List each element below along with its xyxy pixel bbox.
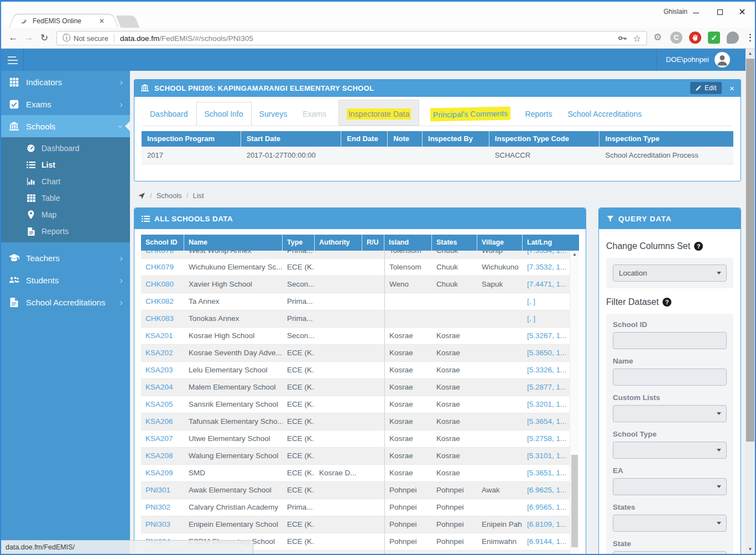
school-latlng-link[interactable]: [, ] (523, 310, 573, 327)
scroll-down-icon[interactable]: ▼ (745, 544, 755, 554)
school-id-link[interactable]: CHK082 (141, 293, 184, 310)
table-row[interactable]: KSA204 Malem Elementary School ECE (K...… (141, 379, 579, 396)
table-row[interactable]: CHK079 Wichukuno Elementary Sc... ECE (K… (141, 259, 579, 276)
table-row[interactable]: KSA206 Tafunsak Elementary Scho... ECE (… (141, 413, 579, 430)
school-latlng-link[interactable]: [1.0834, 1... (523, 551, 573, 554)
school-id-link[interactable]: PNI302 (141, 499, 184, 516)
states-select[interactable] (613, 515, 727, 532)
key-icon[interactable] (618, 34, 628, 42)
page-scrollbar[interactable]: ▲ ▼ (745, 49, 755, 554)
school-latlng-link[interactable]: [5.3651, 1... (523, 465, 573, 481)
column-header[interactable]: Lat/Lng (523, 235, 573, 251)
school-latlng-link[interactable]: [5.3101, 1... (523, 448, 573, 464)
submenu-item-chart[interactable]: Chart (1, 173, 130, 190)
custom-lists-select[interactable] (613, 405, 727, 422)
table-row[interactable]: CHK082 Ta Annex Prima... [, ] (141, 293, 579, 310)
table-row[interactable]: KSA205 Sansrik Elementary School ECE (K.… (141, 396, 579, 413)
tab-reports[interactable]: Reports (517, 102, 560, 126)
school-latlng-link[interactable]: [7.4471, 1... (523, 276, 573, 293)
column-header[interactable]: Note (388, 131, 423, 147)
tab-inspectorate-data[interactable]: Inspectorate Data (338, 100, 420, 126)
sidebar-item-teachers[interactable]: Teachers › (1, 247, 130, 269)
maximize-button[interactable] (712, 7, 728, 18)
school-id-link[interactable]: KSA204 (141, 379, 184, 396)
school-latlng-link[interactable]: [5.3326, 1... (523, 362, 573, 378)
column-header[interactable]: Island (384, 235, 432, 251)
info-icon[interactable]: ⓘ (62, 33, 70, 43)
submenu-item-dashboard[interactable]: Dashboard (1, 140, 130, 157)
school-type-select[interactable] (613, 442, 727, 459)
scroll-up-icon[interactable]: ▲ (745, 49, 755, 58)
address-bar[interactable]: ⓘ Not secure data.doe.fm /FedEMIS/#/scho… (56, 31, 647, 45)
tab-school-accreditations[interactable]: School Accreditations (560, 102, 649, 126)
check-badge-icon[interactable]: ✓ (708, 32, 720, 44)
school-id-link[interactable]: KSA202 (141, 345, 184, 361)
column-header[interactable]: Type (283, 235, 315, 251)
column-header[interactable]: States (432, 235, 477, 251)
question-icon[interactable]: ? (663, 298, 671, 307)
school-latlng-link[interactable]: [5.3654, 1... (523, 413, 573, 430)
school-id-link[interactable]: KSA201 (141, 328, 184, 344)
school-latlng-link[interactable]: [5.2877, 1... (523, 379, 573, 396)
school-latlng-link[interactable]: [5.3201, 1... (523, 396, 573, 413)
sidebar-item-students[interactable]: Students › (1, 269, 130, 291)
school-id-link[interactable]: CHK079 (141, 259, 184, 276)
school-latlng-link[interactable]: [6.9625, 1... (523, 482, 573, 499)
table-scrollbar[interactable]: ▲ (570, 251, 579, 554)
submenu-item-map[interactable]: Map (1, 206, 130, 223)
school-id-link[interactable]: KSA209 (141, 465, 184, 481)
school-id-link[interactable]: KSA203 (141, 362, 184, 378)
table-row[interactable]: PNI303 Enipein Elementary School ECE (K.… (141, 516, 579, 533)
table-row[interactable]: CHK080 Xavier High School Secon... Weno … (141, 276, 579, 293)
school-id-link[interactable]: PNI301 (141, 482, 184, 499)
school-latlng-link[interactable]: [6.9144, 1... (523, 533, 573, 550)
table-row[interactable]: PNI301 Awak Elementary School ECE (K... … (141, 482, 579, 499)
table-row[interactable]: CHK078 West Wonip Annex Prima... Tolenso… (141, 251, 579, 259)
school-latlng-link[interactable]: [6.8109, 1... (523, 516, 573, 533)
school-id-link[interactable]: PNI303 (141, 516, 184, 533)
scrollbar-thumb[interactable] (746, 59, 754, 442)
sidebar-item-indicators[interactable]: Indicators › (1, 71, 130, 93)
scroll-up-icon[interactable]: ▲ (570, 252, 579, 257)
table-row[interactable]: KSA203 Lelu Elementary School ECE (K... … (141, 362, 579, 379)
browser-tab[interactable]: FedEMIS Online ✕ (19, 14, 108, 28)
window-close-button[interactable]: ✕ (734, 7, 750, 18)
state-select[interactable] (613, 551, 727, 554)
submenu-item-list[interactable]: List (1, 157, 130, 173)
table-row[interactable]: KSA208 Walung Elementary School ECE (K..… (141, 448, 579, 465)
chrome-profile-name[interactable]: Ghislain (664, 8, 687, 15)
table-row[interactable]: KSA209 SMD ECE (K... Kosrae D... Kosrae … (141, 465, 579, 482)
tab-surveys[interactable]: Surveys (252, 102, 295, 126)
school-id-link[interactable]: CHK083 (141, 310, 184, 327)
column-header[interactable]: R/U (362, 235, 384, 251)
column-header[interactable]: Start Date (241, 131, 342, 147)
submenu-item-reports[interactable]: Reports (1, 223, 130, 240)
columns-set-select[interactable]: Location (613, 264, 727, 282)
school-latlng-link[interactable]: [, ] (523, 293, 573, 310)
chrome-menu-icon[interactable] (745, 32, 754, 43)
new-tab-button[interactable] (116, 15, 140, 28)
school-id-link[interactable]: CHK080 (141, 276, 184, 293)
sidebar-item-school-accreditations[interactable]: School Accreditations › (1, 291, 130, 313)
scrollbar-thumb[interactable] (571, 455, 578, 547)
school-latlng-link[interactable]: [5.3267, 1... (523, 328, 573, 344)
reload-icon[interactable]: ↻ (38, 32, 51, 44)
column-header[interactable]: Inspection Program (142, 131, 241, 147)
school-latlng-link[interactable]: [7.3534, 1... (523, 251, 573, 259)
name-input[interactable] (613, 369, 727, 386)
tab-school-info[interactable]: School Info (196, 102, 252, 126)
tab-close-icon[interactable]: ✕ (96, 17, 107, 25)
table-row[interactable]: CHK083 Tonokas Annex Prima... [, ] (141, 310, 579, 328)
extension-c-icon[interactable]: C (670, 32, 682, 44)
column-header[interactable]: School ID (141, 235, 184, 251)
school-id-link[interactable]: KSA206 (141, 413, 184, 430)
school-latlng-link[interactable]: [6.9565, 1... (523, 499, 573, 516)
table-row[interactable]: KSA201 Kosrae High School Secon... Kosra… (141, 328, 579, 345)
submenu-item-table[interactable]: Table (1, 190, 130, 206)
column-header[interactable]: Village (477, 235, 523, 251)
location-arrow-icon[interactable] (138, 192, 145, 200)
school-id-link[interactable]: KSA208 (141, 448, 184, 464)
column-header[interactable]: Inspection Type (599, 131, 733, 147)
speech-bubble-icon[interactable] (727, 32, 739, 44)
ea-select[interactable] (613, 478, 727, 495)
